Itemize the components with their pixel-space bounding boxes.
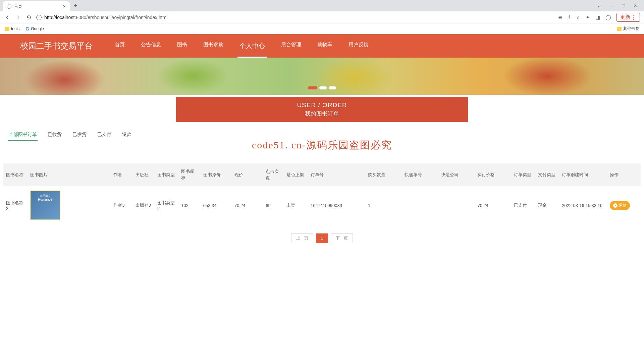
profile-icon[interactable]: ◯ — [605, 14, 611, 20]
site-header: 校园二手书交易平台 首页 公告信息 图书 图书求购 个人中心 后台管理 购物车 … — [0, 34, 644, 58]
tab-shipped[interactable]: 已发货 — [72, 129, 87, 141]
cell-orig-price: 653.34 — [201, 186, 232, 225]
extensions-icon[interactable]: ✦ — [586, 14, 590, 20]
cell-created: 2022-03-16 15:33:16 — [559, 186, 607, 225]
browser-tab-strip: 首页 × + ⌄ — ☐ ✕ — [0, 0, 644, 11]
cell-author: 作者3 — [111, 186, 132, 225]
reload-button[interactable] — [25, 14, 32, 21]
bookmark-tools[interactable]: tools — [5, 26, 19, 31]
tab-refund[interactable]: 退款 — [121, 129, 132, 141]
th-qty: 购买数量 — [365, 163, 402, 186]
cell-express-co — [438, 186, 475, 225]
th-type: 图书类型 — [155, 163, 179, 186]
folder-icon — [617, 27, 622, 31]
nav-menu: 首页 公告信息 图书 图书求购 个人中心 后台管理 购物车 用户反馈 — [113, 34, 371, 58]
bookmark-google[interactable]: GGoogle — [25, 26, 44, 31]
carousel-dot-2[interactable] — [319, 86, 327, 89]
th-express-co: 快递公司 — [438, 163, 475, 186]
cell-express-no — [402, 186, 438, 225]
update-button[interactable]: 更新 ⋮ — [616, 13, 640, 22]
browser-tab[interactable]: 首页 × — [3, 1, 70, 11]
google-icon: G — [25, 26, 29, 31]
minimize-icon[interactable]: — — [609, 3, 613, 8]
folder-icon — [5, 27, 9, 31]
table-row: 图书名称3 三国演义 Romance 作者3 出版社3 图书类型2 102 65… — [3, 186, 641, 225]
th-order-no: 订单号 — [308, 163, 365, 186]
cell-action: 退款 — [607, 186, 641, 225]
tab-paid[interactable]: 已支付 — [97, 129, 112, 141]
site-info-icon[interactable]: i — [36, 15, 42, 20]
th-paid: 实付价格 — [475, 163, 511, 186]
bookmarks-bar: tools GGoogle 其他书签 — [0, 23, 644, 34]
page-title-cn: 我的图书订单 — [176, 110, 468, 118]
page-title-en: USER / ORDER — [176, 101, 468, 109]
table-header-row: 图书名称 图书图片 作者 出版社 图书类型 图书库存 图书原价 现价 点击次数 … — [3, 163, 641, 186]
cell-on-shelf: 上架 — [284, 186, 308, 225]
th-express-no: 快递单号 — [402, 163, 438, 186]
forward-button[interactable] — [15, 14, 21, 21]
window-controls: ⌄ — ☐ ✕ — [597, 3, 641, 8]
back-button[interactable] — [4, 14, 11, 21]
cell-clicks: 69 — [263, 186, 284, 225]
prev-page-button[interactable]: 上一页 — [291, 233, 313, 243]
bookmark-star-icon[interactable]: ☆ — [576, 14, 580, 20]
content-area: 全部图书订单 已收货 已发货 已支付 退款 code51. cn-源码乐园盗图必… — [0, 122, 644, 259]
close-tab-icon[interactable]: × — [63, 4, 66, 9]
cell-type: 图书类型2 — [155, 186, 179, 225]
maximize-icon[interactable]: ☐ — [622, 3, 626, 8]
nav-user-center[interactable]: 个人中心 — [237, 34, 267, 58]
th-now-price: 现价 — [232, 163, 263, 186]
cell-stock: 102 — [178, 186, 200, 225]
th-image: 图书图片 — [28, 163, 111, 186]
carousel-indicators — [308, 86, 336, 89]
th-action: 操作 — [607, 163, 641, 186]
nav-announcements[interactable]: 公告信息 — [139, 34, 163, 58]
th-publisher: 出版社 — [133, 163, 155, 186]
page-1-button[interactable]: 1 — [316, 233, 328, 243]
th-clicks: 点击次数 — [263, 163, 284, 186]
nav-admin[interactable]: 后台管理 — [279, 34, 303, 58]
side-panel-icon[interactable]: ◨ — [595, 14, 600, 20]
cell-qty: 1 — [365, 186, 402, 225]
cell-publisher: 出版社3 — [133, 186, 155, 225]
pagination: 上一页 1 下一页 — [3, 233, 641, 243]
refund-button[interactable]: 退款 — [610, 201, 630, 210]
cell-image: 三国演义 Romance — [28, 186, 111, 225]
book-cover-image: 三国演义 Romance — [30, 191, 60, 220]
next-page-button[interactable]: 下一页 — [331, 233, 353, 243]
close-window-icon[interactable]: ✕ — [634, 3, 637, 8]
page-title-box: USER / ORDER 我的图书订单 — [176, 97, 468, 122]
nav-home[interactable]: 首页 — [113, 34, 127, 58]
th-author: 作者 — [111, 163, 132, 186]
cell-paid: 70.24 — [475, 186, 511, 225]
share-icon[interactable]: ⤴ — [568, 14, 571, 20]
nav-feedback[interactable]: 用户反馈 — [346, 34, 371, 58]
tab-all-orders[interactable]: 全部图书订单 — [8, 129, 38, 141]
tab-received[interactable]: 已收货 — [47, 129, 62, 141]
th-pay-type: 支付类型 — [535, 163, 559, 186]
carousel-dot-1[interactable] — [308, 86, 317, 89]
url-input[interactable]: i http://localhost:8080/ershoushujiaoyip… — [36, 15, 554, 20]
cell-order-no: 1647415990083 — [308, 186, 365, 225]
th-created: 订单创建时间 — [559, 163, 607, 186]
chevron-down-icon[interactable]: ⌄ — [597, 3, 601, 8]
th-orig-price: 图书原价 — [201, 163, 232, 186]
tab-title: 首页 — [14, 4, 22, 9]
th-on-shelf: 是否上架 — [284, 163, 308, 186]
th-order-type: 订单类型 — [511, 163, 535, 186]
cell-now-price: 70.24 — [232, 186, 263, 225]
site-title: 校园二手书交易平台 — [20, 41, 93, 51]
nav-cart[interactable]: 购物车 — [315, 34, 334, 58]
carousel-dot-3[interactable] — [329, 86, 336, 89]
zoom-icon[interactable]: ⊕ — [558, 14, 562, 20]
cell-name: 图书名称3 — [3, 186, 28, 225]
nav-books[interactable]: 图书 — [175, 34, 189, 58]
th-stock: 图书库存 — [178, 163, 200, 186]
nav-book-wanted[interactable]: 图书求购 — [201, 34, 225, 58]
banner-carousel — [0, 58, 644, 95]
bookmark-other[interactable]: 其他书签 — [617, 26, 639, 31]
url-text: http://localhost:8080/ershoushujiaoyipin… — [44, 15, 167, 20]
th-name: 图书名称 — [3, 163, 28, 186]
cell-pay-type: 现金 — [535, 186, 559, 225]
new-tab-button[interactable]: + — [74, 2, 77, 9]
